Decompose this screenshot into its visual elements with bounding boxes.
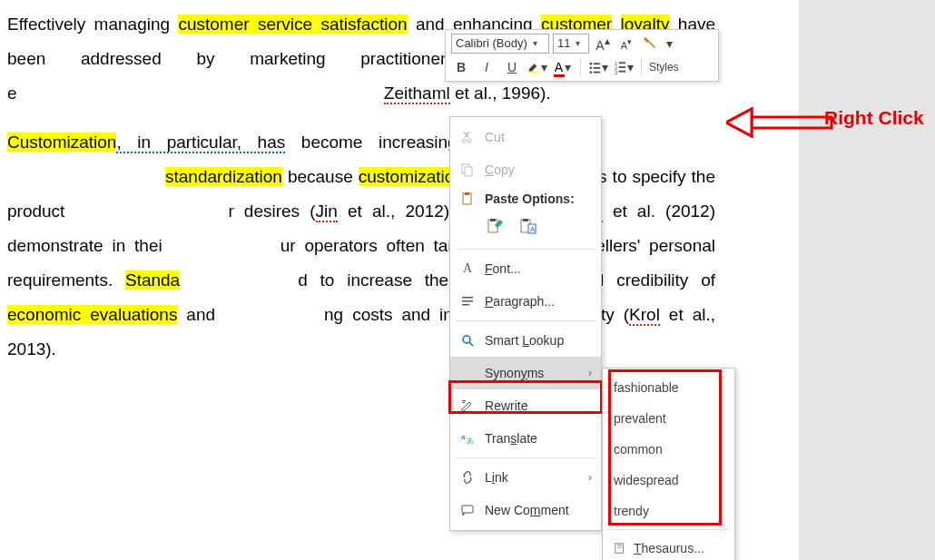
font-name-combo[interactable]: Calibri (Body) ▾	[451, 34, 549, 54]
styles-button[interactable]: Styles	[649, 61, 679, 74]
numbering-icon: 123	[614, 60, 627, 74]
spelling-error[interactable]: Jin	[316, 201, 338, 222]
highlighted-text: standardization	[165, 167, 282, 186]
svg-rect-25	[462, 297, 473, 299]
decrease-font-button[interactable]: A▾	[616, 34, 636, 54]
italic-button[interactable]: I	[477, 57, 497, 77]
menu-rewrite[interactable]: Rewrite	[450, 389, 601, 422]
synonym-option[interactable]: prevalent	[603, 403, 734, 434]
menu-paragraph[interactable]: Paragraph...	[450, 285, 601, 318]
paste-text-icon: A	[519, 217, 537, 235]
svg-point-14	[468, 139, 471, 142]
paragraph-icon	[459, 294, 476, 309]
separator	[456, 457, 595, 458]
spelling-error[interactable]: Krol	[629, 305, 660, 326]
chevron-down-icon: ▾	[576, 34, 580, 53]
svg-text:A: A	[530, 225, 536, 233]
svg-rect-22	[523, 219, 528, 221]
search-icon	[459, 333, 476, 348]
separator	[641, 58, 642, 76]
cut-icon	[459, 130, 476, 144]
paste-options-label: Paste Options:	[450, 186, 601, 211]
highlighter-icon	[527, 60, 541, 74]
menu-label: Cut	[485, 130, 505, 144]
svg-rect-0	[528, 72, 538, 74]
chevron-down-icon[interactable]: ▾	[664, 34, 674, 54]
paste-text-only-button[interactable]: A	[517, 215, 539, 237]
text: r desires (	[228, 201, 315, 221]
thesaurus-option[interactable]: Thesaurus...	[603, 533, 734, 560]
paste-keep-formatting-button[interactable]	[485, 215, 507, 237]
svg-rect-20	[490, 219, 496, 221]
menu-translate[interactable]: aあ Translate	[450, 422, 601, 455]
menu-cut[interactable]: Cut	[450, 121, 601, 153]
synonym-option[interactable]: fashionable	[603, 372, 734, 403]
link-icon	[459, 470, 476, 485]
highlight-color-button[interactable]: ▾	[527, 57, 547, 77]
translate-icon: aあ	[459, 431, 476, 446]
svg-point-5	[589, 71, 592, 74]
svg-rect-6	[594, 72, 601, 74]
menu-label: Smart Lookup	[485, 333, 564, 348]
bullets-icon	[588, 60, 602, 74]
menu-link[interactable]: Link ›	[450, 461, 601, 494]
highlighted-text: Customization	[7, 133, 116, 152]
svg-rect-10	[619, 66, 626, 68]
synonym-label: fashionable	[614, 380, 679, 395]
svg-rect-34	[462, 506, 473, 513]
svg-rect-26	[462, 300, 473, 302]
text: et al., 1996).	[450, 84, 551, 103]
menu-label: New Comment	[485, 503, 569, 517]
svg-rect-31	[462, 402, 465, 403]
svg-text:あ: あ	[467, 437, 474, 445]
numbering-button[interactable]: 123▾	[614, 57, 634, 77]
separator	[608, 529, 729, 530]
grammar-mark[interactable]: , in particular, has	[116, 133, 285, 153]
highlighted-text: Standa	[125, 270, 180, 290]
menu-label: Thesaurus...	[634, 541, 704, 555]
spelling-error[interactable]: Zeithaml	[384, 84, 450, 104]
paintbrush-icon	[643, 36, 657, 51]
mini-toolbar: Calibri (Body) ▾ 11 ▾ A▴ A▾ ▾ B I U ▾ A▾…	[445, 29, 719, 82]
paragraph-2[interactable]: Customization, in particular, has become…	[7, 125, 715, 367]
font-icon: A	[459, 261, 476, 276]
font-color-button[interactable]: A▾	[553, 57, 573, 77]
text: e	[7, 84, 17, 103]
menu-label: Rewrite	[485, 398, 527, 413]
menu-new-comment[interactable]: New Comment	[450, 494, 601, 526]
underline-button[interactable]: U	[502, 57, 522, 77]
svg-rect-16	[465, 167, 472, 176]
svg-text:3: 3	[615, 70, 617, 75]
synonym-option[interactable]: trendy	[603, 496, 734, 526]
font-size-value: 11	[557, 34, 570, 53]
clipboard-icon	[459, 192, 476, 206]
svg-rect-12	[619, 71, 626, 73]
bullets-button[interactable]: ▾	[588, 57, 608, 77]
separator	[456, 249, 595, 250]
svg-point-13	[462, 139, 466, 142]
menu-label: Paragraph...	[485, 294, 555, 309]
synonym-label: common	[614, 442, 663, 457]
increase-font-button[interactable]: A▴	[593, 34, 613, 54]
font-size-combo[interactable]: 11 ▾	[553, 34, 589, 54]
svg-point-1	[589, 63, 592, 65]
menu-label: Copy	[485, 162, 515, 177]
menu-label: Translate	[485, 431, 537, 446]
synonym-option[interactable]: common	[603, 434, 734, 465]
chevron-right-icon: ›	[588, 471, 592, 484]
synonyms-submenu: fashionable prevalent common widespread …	[602, 368, 735, 560]
menu-copy[interactable]: Copy	[450, 153, 601, 186]
menu-label: Link	[485, 470, 508, 485]
synonym-label: prevalent	[614, 411, 666, 426]
svg-rect-27	[462, 304, 469, 306]
separator	[456, 320, 595, 321]
format-painter-button[interactable]	[640, 34, 660, 54]
menu-synonyms[interactable]: Synonyms ›	[450, 357, 601, 389]
bold-button[interactable]: B	[451, 57, 471, 77]
menu-label: Font...	[485, 261, 521, 276]
menu-smart-lookup[interactable]: Smart Lookup	[450, 324, 601, 357]
menu-font[interactable]: A Font...	[450, 252, 601, 285]
text: and	[177, 305, 224, 324]
synonym-option[interactable]: widespread	[603, 465, 734, 496]
text: Effectively managing	[7, 15, 178, 34]
